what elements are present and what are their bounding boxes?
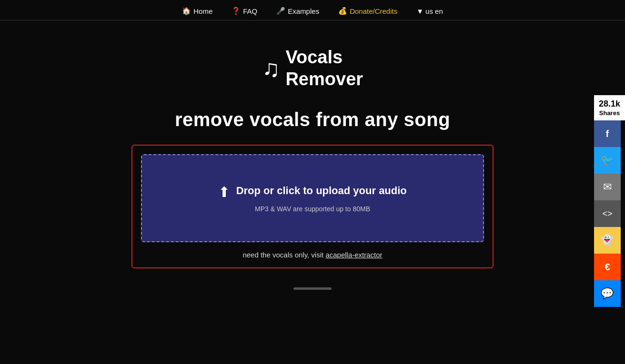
vocals-link-row: need the vocals only, visit acapella-ext… [141,251,484,259]
upload-main-text: Drop or click to upload your audio [236,185,407,197]
scroll-indicator [0,287,625,290]
logo-line2: Remover [285,69,363,90]
upload-outer-container: ⬆ Drop or click to upload your audio MP3… [131,145,494,268]
nav-examples-label: Examples [288,7,319,15]
language-label: us en [425,7,443,15]
donate-icon: 💰 [338,7,347,15]
upload-text-row: ⬆ Drop or click to upload your audio [161,184,464,200]
generic-share-button[interactable]: <> [594,200,621,227]
nav-donate-label: Donate/Credits [350,7,397,15]
nav-donate[interactable]: 💰 Donate/Credits [338,7,397,15]
faq-icon: ❓ [232,7,241,15]
music-icon: ♫ [262,55,280,82]
nav-examples[interactable]: 🎤 Examples [276,7,319,15]
logo-line1: Vocals [285,47,363,69]
facebook-icon: f [606,128,609,139]
nav-home[interactable]: 🏠 Home [182,7,212,15]
microphone-icon: 🎤 [276,7,285,15]
nav-faq[interactable]: ❓ FAQ [232,7,257,15]
twitter-icon: 🐦 [601,154,614,167]
logo-area: ♫ Vocals Remover [0,47,625,90]
nav-faq-label: FAQ [243,7,257,15]
messenger-icon: 💬 [601,287,614,300]
vocals-link-prefix: need the vocals only, visit [242,251,323,259]
home-icon: 🏠 [182,7,191,15]
language-selector[interactable]: ▼ us en [416,7,443,15]
main-heading: remove vocals from any song [0,109,625,130]
reddit-icon: € [605,262,610,273]
shares-header: 28.1k Shares [594,95,625,120]
reddit-share-button[interactable]: € [594,254,621,280]
facebook-share-button[interactable]: f [594,120,621,147]
main-nav: 🏠 Home ❓ FAQ 🎤 Examples 💰 Donate/Credits… [0,0,625,20]
email-icon: ✉ [603,181,612,193]
messenger-share-button[interactable]: 💬 [594,280,621,307]
share-icon: <> [602,209,612,219]
shares-count: 28.1k [599,99,620,109]
social-sidebar: 28.1k Shares f 🐦 ✉ <> 👻 € 💬 [594,95,625,307]
logo-text: Vocals Remover [285,47,363,90]
acapella-extractor-link[interactable]: acapella-extractor [325,251,382,259]
snapchat-icon: 👻 [601,234,614,246]
upload-dropzone[interactable]: ⬆ Drop or click to upload your audio MP3… [141,154,484,242]
nav-home-label: Home [193,7,212,15]
twitter-share-button[interactable]: 🐦 [594,147,621,174]
upload-icon: ⬆ [218,184,230,200]
snapchat-share-button[interactable]: 👻 [594,227,621,254]
chevron-down-icon: ▼ [416,7,423,15]
scroll-bar [293,287,332,290]
shares-label: Shares [599,109,620,117]
email-share-button[interactable]: ✉ [594,174,621,200]
upload-sub-text: MP3 & WAV are supported up to 80MB [161,205,464,213]
